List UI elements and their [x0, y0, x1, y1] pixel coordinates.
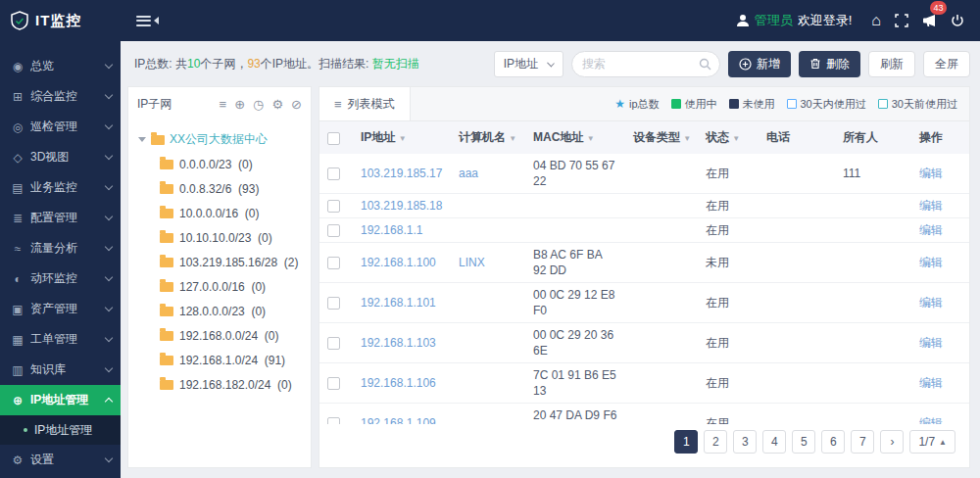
edit-link[interactable]: 编辑: [919, 376, 943, 390]
tree-subnet-item[interactable]: 192.168.182.0/24 (0): [134, 372, 305, 397]
sort-icon[interactable]: ▼: [509, 134, 516, 143]
row-checkbox[interactable]: [327, 337, 340, 350]
ip-link[interactable]: 192.168.1.1: [361, 223, 422, 237]
hide-icon[interactable]: ⊘: [291, 98, 302, 111]
computer-name-link[interactable]: LINX: [459, 256, 485, 269]
sidebar-item-12[interactable]: ⊕IP地址管理: [0, 385, 121, 415]
page-button-3[interactable]: 3: [733, 430, 757, 454]
tree-subnet-item[interactable]: 192.168.1.0/24 (91): [134, 348, 305, 372]
row-checkbox[interactable]: [327, 377, 340, 390]
sidebar-item-6[interactable]: ≣配置管理: [0, 203, 121, 233]
edit-link[interactable]: 编辑: [919, 167, 943, 180]
sidebar-item-13[interactable]: ⚙设置: [0, 445, 121, 475]
page-button-5[interactable]: 5: [792, 430, 815, 454]
computer-name-link[interactable]: aaa: [459, 167, 478, 180]
tree-subnet-item[interactable]: 128.0.0.0/23 (0): [134, 299, 305, 323]
sidebar-item-11[interactable]: ▥知识库: [0, 355, 121, 385]
row-checkbox[interactable]: [327, 167, 340, 180]
column-header[interactable]: 计算机名 ▼: [451, 121, 525, 154]
power-icon[interactable]: [951, 14, 964, 27]
ip-link[interactable]: 192.168.1.101: [361, 296, 436, 310]
sort-icon[interactable]: ▼: [587, 134, 595, 143]
row-checkbox[interactable]: [327, 417, 340, 424]
edit-link[interactable]: 编辑: [919, 256, 943, 269]
row-checkbox[interactable]: [327, 200, 340, 213]
edit-link[interactable]: 编辑: [919, 223, 943, 237]
subnet-label: 127.0.0.0/16 (0): [179, 280, 266, 294]
scan-history-icon[interactable]: ◷: [253, 98, 264, 111]
table-header-row: IP地址 ▼计算机名 ▼MAC地址 ▼设备类型 ▼状态 ▼电话所有人操作: [319, 121, 969, 154]
welcome-text: 欢迎登录!: [798, 12, 853, 29]
ip-link[interactable]: 192.168.1.109: [361, 416, 436, 424]
legend-swatch: [787, 99, 797, 109]
tree-subnet-item[interactable]: 103.219.185.16/28 (2): [134, 250, 305, 274]
sidebar-item-label: 动环监控: [30, 270, 100, 287]
tab-list-mode[interactable]: ≡ 列表模式: [319, 87, 411, 120]
status-cell: 在用: [698, 283, 759, 323]
ip-link[interactable]: 192.168.1.100: [361, 256, 436, 269]
column-header[interactable]: 设备类型 ▼: [625, 121, 698, 154]
page-button-2[interactable]: 2: [704, 430, 727, 454]
column-header[interactable]: MAC地址 ▼: [525, 121, 625, 154]
folder-icon: [160, 307, 173, 316]
sort-icon[interactable]: ▼: [399, 134, 407, 143]
filter-select[interactable]: IP地址: [494, 51, 564, 77]
ip-link[interactable]: 192.168.1.103: [361, 336, 436, 350]
refresh-button[interactable]: 刷新: [868, 51, 915, 77]
add-subnet-icon[interactable]: ⊕: [234, 98, 245, 111]
edit-link[interactable]: 编辑: [919, 296, 943, 310]
sidebar-item-1[interactable]: ◉总览: [0, 51, 121, 81]
fullscreen-button[interactable]: 全屏: [923, 51, 970, 77]
sidebar-item-8[interactable]: ◐动环监控: [0, 263, 121, 294]
table-row: 192.168.1.10100 0C 29 12 E8 F0在用编辑: [319, 283, 969, 323]
collapse-sidebar-button[interactable]: [136, 16, 159, 26]
page-button-6[interactable]: 6: [821, 430, 845, 454]
tree-root-node[interactable]: XX公司大数据中心: [134, 126, 305, 152]
page-button-4[interactable]: 4: [762, 430, 786, 454]
sidebar-item-10[interactable]: ▦工单管理: [0, 324, 121, 355]
edit-link[interactable]: 编辑: [919, 336, 943, 350]
select-all-checkbox[interactable]: [327, 132, 340, 145]
toolbar-actions: IP地址 新增 删除: [494, 51, 970, 77]
row-checkbox[interactable]: [327, 257, 340, 269]
sidebar-item-9[interactable]: ▣资产管理: [0, 294, 121, 324]
tree-subnet-item[interactable]: 10.10.10.0/23 (0): [134, 225, 305, 250]
sidebar-item-7[interactable]: ≈流量分析: [0, 233, 121, 263]
tree-subnet-item[interactable]: 0.0.0.0/23 (0): [134, 152, 305, 176]
column-header[interactable]: 状态 ▼: [698, 121, 759, 154]
row-checkbox[interactable]: [327, 224, 340, 237]
column-header[interactable]: IP地址 ▼: [353, 121, 451, 154]
tree-settings-icon[interactable]: ⚙: [271, 98, 283, 111]
sidebar-item-2[interactable]: ⊞综合监控: [0, 81, 121, 112]
page-indicator[interactable]: 1/7▲: [909, 430, 956, 454]
page-button-1[interactable]: 1: [674, 430, 698, 454]
ip-link[interactable]: 103.219.185.17: [361, 167, 442, 180]
user-name-link[interactable]: 管理员: [755, 12, 793, 29]
delete-button[interactable]: 删除: [799, 51, 860, 77]
ip-link[interactable]: 192.168.1.106: [361, 376, 436, 390]
fullscreen-icon[interactable]: [895, 14, 908, 27]
tree-subnet-item[interactable]: 10.0.0.0/16 (0): [134, 201, 305, 225]
sidebar-item-5[interactable]: ▤业务监控: [0, 172, 121, 203]
notification-icon[interactable]: [922, 14, 937, 27]
add-button[interactable]: 新增: [728, 51, 791, 77]
edit-link[interactable]: 编辑: [919, 416, 943, 424]
folder-icon: [160, 233, 173, 243]
ip-link[interactable]: 103.219.185.18: [361, 199, 442, 213]
home-icon[interactable]: ⌂: [871, 13, 881, 28]
sidebar-item-3[interactable]: ◎巡检管理: [0, 112, 121, 142]
sidebar-subitem-ip-management[interactable]: IP地址管理: [0, 415, 121, 445]
sidebar-item-4[interactable]: ◇3D视图: [0, 142, 121, 172]
edit-link[interactable]: 编辑: [919, 199, 943, 213]
tree-subnet-item[interactable]: 127.0.0.0/16 (0): [134, 274, 305, 299]
page-button-7[interactable]: 7: [851, 430, 874, 454]
list-view-icon[interactable]: ≡: [220, 98, 227, 111]
row-checkbox[interactable]: [327, 297, 340, 310]
sort-icon[interactable]: ▼: [732, 134, 740, 143]
app-logo[interactable]: IT监控: [0, 11, 121, 30]
tree-subnet-item[interactable]: 192.168.0.0/24 (0): [134, 323, 305, 348]
sort-icon[interactable]: ▼: [683, 134, 691, 143]
next-page-button[interactable]: ›: [880, 430, 904, 454]
tree-subnet-item[interactable]: 0.0.8.32/6 (93): [134, 176, 305, 201]
mac-cell: B8 AC 6F BA 92 DD: [525, 243, 625, 283]
